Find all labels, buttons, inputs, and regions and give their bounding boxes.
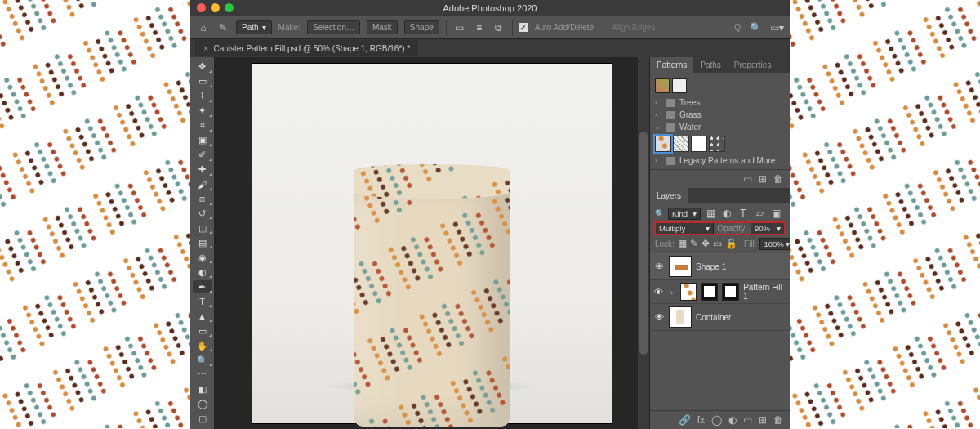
pattern-folder-trees[interactable]: ›Trees [650,96,790,109]
path-mode-dropdown[interactable]: Path▾ [236,20,272,34]
type-tool[interactable]: T [193,295,212,308]
lock-transparency-icon[interactable]: ▦ [678,237,687,250]
pattern-folder-legacy[interactable]: ›Legacy Patterns and More [650,154,790,167]
path-select-tool[interactable]: ▲ [193,310,212,323]
edit-toolbar-tool[interactable]: ⋯ [193,369,212,382]
document-tab[interactable]: × Canister Pattern Fill.psd @ 50% (Shape… [195,40,418,56]
make-shape-button[interactable]: Shape [404,20,439,34]
pattern-thumbnail[interactable] [709,136,725,152]
tab-patterns[interactable]: Patterns [650,57,693,73]
tab-layers[interactable]: Layers [650,188,688,203]
filter-type-icon[interactable]: T [737,207,750,220]
pen-tool[interactable]: ✒ [193,280,212,293]
layer-mask-thumbnail[interactable] [701,283,718,301]
blur-tool[interactable]: ◉ [193,251,212,264]
pattern-swatch[interactable] [655,78,670,93]
quick-mask-tool[interactable]: ◯ [193,398,212,411]
lock-all-icon[interactable]: 🔒 [725,237,737,250]
adjustment-layer-icon[interactable]: ◐ [728,414,737,426]
frame-tool[interactable]: ▣ [193,134,212,147]
fill-label: Fill: [744,239,757,248]
layer-thumbnail[interactable] [680,283,697,301]
pattern-folder-water[interactable]: ⌄Water [650,121,790,133]
link-layers-icon[interactable]: 🔗 [679,414,691,426]
filter-smart-icon[interactable]: ▣ [769,207,782,220]
marquee-tool[interactable]: ▭ [193,75,212,88]
filter-pixel-icon[interactable]: ▦ [704,207,717,220]
new-layer-icon[interactable]: ⊞ [759,414,767,426]
path-alignment-icon[interactable]: ≡ [473,21,486,34]
canvas-area[interactable] [215,57,649,429]
move-tool[interactable]: ✥ [193,60,212,74]
canvas-vertical-scrollbar[interactable] [638,57,649,429]
layer-thumbnail[interactable] [669,256,692,277]
new-pattern-icon[interactable]: ⊞ [759,173,767,185]
pattern-thumbnail[interactable] [673,136,689,152]
document-canvas[interactable] [252,64,612,423]
path-arrangement-icon[interactable]: ⧉ [492,21,506,34]
layer-name[interactable]: Shape 1 [696,262,726,271]
lock-label: Lock: [655,239,675,248]
gradient-tool[interactable]: ▤ [193,236,212,249]
visibility-toggle-icon[interactable]: 👁 [653,312,665,322]
delete-pattern-icon[interactable]: 🗑 [773,173,783,185]
new-group-icon[interactable]: ▭ [743,414,752,426]
brush-tool[interactable]: 🖌 [193,178,212,191]
filter-adjust-icon[interactable]: ◐ [720,207,733,220]
layer-name[interactable]: Container [696,313,731,322]
make-mask-button[interactable]: Mask [367,20,398,34]
filter-shape-icon[interactable]: ▱ [753,207,766,220]
clone-stamp-tool[interactable]: ⧈ [193,193,212,206]
lock-artboard-icon[interactable]: ▭ [713,237,722,250]
opacity-input[interactable]: 90%▾ [751,222,785,235]
lock-pixels-icon[interactable]: ✎ [690,237,698,250]
layer-style-icon[interactable]: fx [697,414,705,426]
history-brush-tool[interactable]: ↺ [193,208,212,221]
screen-mode-tool[interactable]: ▢ [193,413,212,426]
home-icon[interactable]: ⌂ [197,21,210,34]
make-selection-button[interactable]: Selection… [307,20,360,34]
dodge-tool[interactable]: ◐ [193,266,212,279]
blend-mode-dropdown[interactable]: Multiply▾ [655,222,714,235]
layer-row-shape1[interactable]: 👁 Shape 1 [650,253,790,280]
layer-name[interactable]: Pattern Fill 1 [743,283,786,301]
close-window-button[interactable] [197,3,206,12]
lock-position-icon[interactable]: ✥ [702,237,710,250]
layer-mask-thumbnail[interactable] [722,283,739,301]
hand-tool[interactable]: ✋ [193,339,212,352]
pattern-thumbnail[interactable] [691,136,707,152]
workspace-switcher-icon[interactable]: ▭▾ [770,21,783,34]
visibility-toggle-icon[interactable]: 👁 [653,261,665,271]
visibility-toggle-icon[interactable]: 👁 [653,287,664,297]
foreground-background-tool[interactable]: ◧ [193,383,212,396]
zoom-tool[interactable]: 🔍 [193,354,212,367]
pattern-thumbnail[interactable] [655,136,671,152]
layer-filter-kind-dropdown[interactable]: Kind▾ [668,208,701,220]
new-folder-icon[interactable]: ▭ [743,173,752,185]
quick-select-tool[interactable]: ✦ [193,105,212,118]
eyedropper-tool[interactable]: ✐ [193,149,212,162]
crop-tool[interactable]: ⌗ [193,119,212,132]
search-icon[interactable]: 🔍 [749,21,762,34]
auto-add-delete-label: Auto Add/Delete [535,23,594,32]
delete-layer-icon[interactable]: 🗑 [773,414,783,426]
pattern-folder-grass[interactable]: ›Grass [650,109,790,121]
filter-kind-icon[interactable]: 🔍 [655,209,665,218]
tab-paths[interactable]: Paths [693,57,728,73]
path-operations-icon[interactable]: ▭ [453,21,466,34]
layer-mask-icon[interactable]: ◯ [711,414,722,426]
pattern-swatch[interactable] [672,78,687,93]
eraser-tool[interactable]: ◫ [193,221,212,235]
layer-row-patternfill1[interactable]: 👁 ↳ Pattern Fill 1 [650,280,790,304]
layer-thumbnail[interactable] [669,306,692,328]
layer-row-container[interactable]: 👁 Container [650,304,790,331]
pen-tool-preset-icon[interactable]: ✎ [216,21,229,34]
maximize-window-button[interactable] [225,3,234,12]
close-tab-icon[interactable]: × [203,43,208,53]
rectangle-tool[interactable]: ▭ [193,324,212,337]
tab-properties[interactable]: Properties [728,57,778,73]
minimize-window-button[interactable] [211,3,220,12]
auto-add-delete-checkbox[interactable]: ✓ [519,23,528,32]
healing-brush-tool[interactable]: ✚ [193,163,212,177]
lasso-tool[interactable]: ⌇ [193,90,212,103]
